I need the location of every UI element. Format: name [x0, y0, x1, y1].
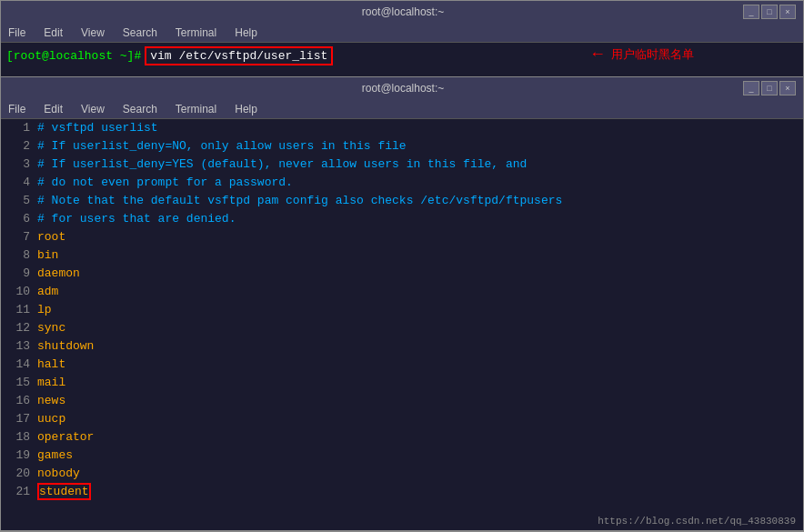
line-content: shutdown [37, 339, 94, 353]
outer-title: root@localhost:~ [63, 5, 743, 18]
line-number: 8 [5, 248, 30, 262]
table-row: 16news [1, 394, 803, 412]
maximize-btn[interactable]: □ [761, 5, 778, 19]
inner-menu-edit[interactable]: Edit [40, 101, 66, 117]
menu-view[interactable]: View [77, 25, 108, 41]
inner-terminal: root@localhost:~ _ □ × File Edit View Se… [0, 76, 804, 531]
line-number: 4 [5, 176, 30, 189]
inner-maximize-btn[interactable]: □ [761, 81, 778, 95]
table-row: 13shutdown [1, 339, 803, 357]
line-content: # for users that are denied. [37, 212, 236, 226]
table-row: 2# If userlist_deny=NO, only allow users… [1, 139, 803, 157]
close-btn[interactable]: × [779, 5, 796, 19]
menu-help[interactable]: Help [231, 25, 261, 41]
table-row: 10adm [1, 285, 803, 303]
line-content: mail [37, 376, 65, 389]
line-content: # do not even prompt for a password. [37, 176, 293, 189]
minimize-btn[interactable]: _ [743, 5, 759, 19]
table-row: 19games [1, 448, 803, 467]
inner-menu-terminal[interactable]: Terminal [172, 101, 220, 117]
table-row: 17uucp [1, 412, 803, 430]
line-number: 21 [5, 485, 30, 498]
line-number: 20 [5, 467, 30, 480]
inner-menu-file[interactable]: File [5, 101, 29, 117]
line-number: 18 [5, 430, 30, 444]
inner-menu-help[interactable]: Help [231, 101, 261, 117]
line-content: # Note that the default vsftpd pam confi… [37, 194, 562, 207]
watermark-url: https://blog.csdn.net/qq_43830839 [598, 516, 796, 527]
line-content: daemon [37, 266, 80, 280]
menu-file[interactable]: File [5, 25, 29, 41]
line-number: 1 [5, 121, 30, 135]
inner-close-btn[interactable]: × [779, 81, 796, 95]
menu-search[interactable]: Search [119, 25, 161, 41]
line-number: 9 [5, 266, 30, 280]
line-number: 16 [5, 394, 30, 407]
line-content: adm [37, 285, 58, 298]
inner-titlebar: root@localhost:~ _ □ × [1, 77, 803, 99]
outer-titlebar-buttons: _ □ × [743, 5, 796, 19]
table-row: 11lp [1, 303, 803, 321]
inner-titlebar-buttons: _ □ × [743, 81, 796, 95]
shell-prompt: [root@localhost ~]# [6, 49, 141, 63]
line-number: 2 [5, 139, 30, 153]
inner-menu-search[interactable]: Search [119, 101, 161, 117]
inner-minimize-btn[interactable]: _ [743, 81, 759, 95]
outer-menu-bar: File Edit View Search Terminal Help [1, 23, 803, 43]
inner-menu-view[interactable]: View [77, 101, 108, 117]
line-content: nobody [37, 467, 80, 480]
annotation-container: ← 用户临时黑名单 [589, 45, 694, 64]
line-number: 13 [5, 339, 30, 353]
table-row: 20nobody [1, 467, 803, 485]
line-content: root [37, 230, 65, 244]
annotation-label: 用户临时黑名单 [611, 46, 694, 63]
command-text[interactable]: vim /etc/vsftpd/user_list [145, 46, 333, 65]
line-number: 5 [5, 194, 30, 207]
table-row: 14halt [1, 357, 803, 376]
table-row: 21student [1, 485, 803, 503]
line-number: 6 [5, 212, 30, 226]
line-number: 12 [5, 321, 30, 335]
table-row: 12sync [1, 321, 803, 339]
line-number: 14 [5, 357, 30, 371]
table-row: 3# If userlist_deny=YES (default), never… [1, 157, 803, 176]
line-content: lp [37, 303, 52, 316]
table-row: 6# for users that are denied. [1, 212, 803, 230]
outer-titlebar: root@localhost:~ _ □ × [1, 1, 803, 23]
line-number: 17 [5, 412, 30, 426]
table-row: 1# vsftpd userlist [1, 121, 803, 139]
line-content: bin [37, 248, 58, 262]
command-line-area: [root@localhost ~]# vim /etc/vsftpd/user… [1, 43, 803, 69]
line-content: sync [37, 321, 65, 335]
table-row: 5# Note that the default vsftpd pam conf… [1, 194, 803, 212]
student-highlighted: student [37, 483, 91, 500]
menu-edit[interactable]: Edit [40, 25, 66, 41]
line-number: 3 [5, 157, 30, 171]
line-number: 7 [5, 230, 30, 244]
table-row: 4# do not even prompt for a password. [1, 176, 803, 194]
line-content: games [37, 448, 73, 462]
line-content: # If userlist_deny=YES (default), never … [37, 157, 527, 171]
table-row: 7root [1, 230, 803, 248]
line-number: 15 [5, 376, 30, 389]
table-row: 9daemon [1, 266, 803, 285]
inner-title: root@localhost:~ [63, 82, 743, 95]
line-content: # vsftpd userlist [37, 121, 158, 135]
line-content: # If userlist_deny=NO, only allow users … [37, 139, 407, 153]
line-number: 19 [5, 448, 30, 462]
menu-terminal[interactable]: Terminal [172, 25, 220, 41]
line-number: 10 [5, 285, 30, 298]
line-content: news [37, 394, 65, 407]
inner-menu-bar: File Edit View Search Terminal Help [1, 99, 803, 119]
line-content: halt [37, 357, 65, 371]
table-row: 8bin [1, 248, 803, 266]
line-content: student [37, 485, 91, 498]
line-number: 11 [5, 303, 30, 316]
table-row: 15mail [1, 376, 803, 394]
line-content: operator [37, 430, 94, 444]
table-row: 18operator [1, 430, 803, 448]
vim-content: 1# vsftpd userlist2# If userlist_deny=NO… [1, 119, 803, 530]
line-content: uucp [37, 412, 65, 426]
